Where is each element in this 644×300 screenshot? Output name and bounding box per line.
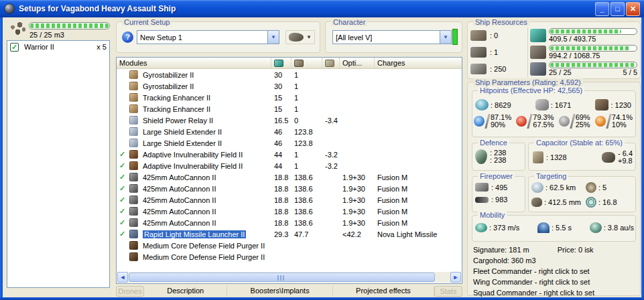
charges-column-header[interactable]: Charges: [375, 58, 462, 68]
resource-bars: 409.5 / 493.75994.2 / 1068.7525 / 255 / …: [528, 27, 637, 77]
resource-slot: : 0: [470, 30, 526, 41]
character-select[interactable]: [All level V] ▼: [332, 30, 452, 44]
fleet-commander-text[interactable]: Fleet Commander - right click to set: [473, 266, 636, 277]
table-row[interactable]: Tracking Enhancer II151: [117, 92, 462, 103]
scrollbar-thumb[interactable]: [129, 273, 435, 282]
shield-hp-icon: [475, 99, 489, 110]
table-row[interactable]: Large Shield Extender II46123.8: [117, 126, 462, 137]
table-row[interactable]: Gyrostabilizer II301: [117, 80, 462, 92]
wing-commander-text[interactable]: Wing Commander - right click to set: [473, 277, 636, 287]
resist-armor-value: 10%: [612, 121, 633, 129]
module-cpu: 15: [271, 105, 292, 113]
defence-shield-icon: [475, 149, 487, 164]
capacitor-column-header[interactable]: [322, 58, 340, 68]
optimal-column-header[interactable]: Opti...: [340, 58, 375, 68]
ship-menu-button[interactable]: ▼: [285, 30, 315, 44]
table-row[interactable]: Large Shield Extender II46123.8: [117, 137, 462, 149]
modules-table-header[interactable]: Modules Opti... Charges: [117, 58, 462, 69]
firepower-label: Firepower: [478, 172, 515, 180]
table-row[interactable]: ✓Adaptive Invulnerability Field II441-3.…: [117, 149, 462, 160]
scroll-right-icon[interactable]: ►: [450, 272, 461, 283]
tab-boosters-implants[interactable]: Boosters\Implants: [227, 286, 332, 297]
table-row[interactable]: ✓Rapid Light Missile Launcher II29.347.7…: [117, 228, 462, 240]
cpu-column-header[interactable]: [271, 58, 292, 68]
tab-projected-effects[interactable]: Projected effects: [333, 286, 434, 297]
setup-select[interactable]: New Setup 1 ▼: [137, 30, 279, 44]
window-border-right: [641, 17, 644, 300]
module-cpu: 46: [271, 139, 292, 147]
module-active-checkmark[interactable]: ✓: [117, 150, 127, 159]
scan-resolution-icon: [531, 198, 542, 207]
dronebw-icon: [530, 62, 546, 76]
module-active-checkmark[interactable]: ✓: [117, 207, 127, 216]
chevron-down-icon[interactable]: ▼: [440, 31, 451, 44]
hardpoint-slots: : 0: 1: 250: [470, 27, 528, 77]
module-active-checkmark[interactable]: ✓: [117, 218, 127, 227]
table-row[interactable]: Medium Core Defense Field Purger II: [117, 240, 462, 251]
module-cap-use: -3.2: [322, 162, 340, 170]
module-active-checkmark[interactable]: ✓: [117, 161, 127, 170]
table-row[interactable]: ✓425mm AutoCannon II18.8138.61.9+30Fusio…: [117, 171, 462, 183]
table-row[interactable]: ✓425mm AutoCannon II18.8138.61.9+30Fusio…: [117, 194, 462, 206]
module-name-text: Shield Power Relay II: [143, 117, 213, 125]
powergrid-column-header[interactable]: [292, 58, 322, 68]
close-button[interactable]: ✕: [626, 2, 640, 16]
align-time-value: : 5.5 s: [552, 224, 572, 232]
module-name-text: 425mm AutoCannon II: [143, 173, 216, 181]
squad-commander-text[interactable]: Squad Commander - right click to set: [473, 287, 636, 298]
scrollbar-grip: [277, 275, 285, 281]
scrollbar-track[interactable]: [128, 272, 450, 283]
powergrid-icon: [294, 60, 304, 67]
table-row[interactable]: ✓Adaptive Invulnerability Field II441-3.…: [117, 160, 462, 171]
table-row[interactable]: ✓425mm AutoCannon II18.8138.61.9+30Fusio…: [117, 183, 462, 194]
turret-icon: [129, 218, 138, 227]
table-row[interactable]: ✓425mm AutoCannon II18.8138.61.9+30Fusio…: [117, 217, 462, 228]
module-cpu: 18.8: [271, 219, 292, 227]
module-name: 425mm AutoCannon II: [140, 196, 271, 204]
drone-checkbox[interactable]: ✓: [10, 43, 19, 52]
scroll-left-icon[interactable]: ◄: [117, 272, 128, 283]
table-row[interactable]: Gyrostabilizer II301: [117, 69, 462, 80]
app-icon: [4, 3, 15, 14]
ship-parameters-group: Ship Parameters (Rating: 4,592) Hitpoint…: [467, 82, 641, 296]
minimize-button[interactable]: _: [595, 2, 609, 16]
low-module-icon: [129, 70, 138, 79]
module-cpu: 16.5: [271, 117, 292, 125]
powergrid-big-icon: [530, 46, 546, 59]
table-row[interactable]: Shield Power Relay II16.50-3.4: [117, 115, 462, 126]
character-skill-bar: [452, 29, 458, 45]
table-row[interactable]: ✓425mm AutoCannon II18.8138.61.9+30Fusio…: [117, 206, 462, 217]
module-name: Large Shield Extender II: [140, 139, 271, 147]
launcher-hardpoints-icon: [470, 47, 487, 58]
targeting-range-value: : 62.5 km: [545, 183, 576, 192]
drone-list-item[interactable]: ✓Warrior IIx 5: [7, 41, 109, 53]
resource-slot: : 1: [470, 47, 526, 58]
drone-swarm-icon: [7, 21, 27, 37]
maximize-button[interactable]: □: [610, 2, 625, 16]
resource-bar-track: [549, 62, 637, 68]
module-powergrid: 1: [292, 82, 322, 90]
tab-description[interactable]: Description: [144, 286, 227, 297]
modules-column-header[interactable]: Modules: [117, 58, 271, 68]
module-name: Rapid Light Missile Launcher II: [140, 230, 271, 238]
help-icon[interactable]: ?: [122, 31, 133, 43]
warp-speed-value: : 3.8 au/s: [604, 224, 634, 232]
horizontal-scrollbar[interactable]: ◄ ►: [117, 272, 461, 283]
table-row[interactable]: Tracking Enhancer II151: [117, 103, 462, 115]
module-name: 425mm AutoCannon II: [140, 208, 271, 216]
chevron-down-icon[interactable]: ▼: [267, 31, 279, 44]
ship-parameters-label: Ship Parameters (Rating: 4,592): [473, 78, 583, 86]
resist-divider: [606, 114, 611, 129]
titlebar[interactable]: Setups for Vagabond Heavy Assault Ship _…: [0, 0, 644, 17]
module-charge: Fusion M: [375, 185, 462, 193]
module-charge: Fusion M: [375, 208, 462, 216]
module-active-checkmark[interactable]: ✓: [117, 184, 127, 193]
drone-list[interactable]: ✓Warrior IIx 5: [7, 40, 110, 288]
module-active-checkmark[interactable]: ✓: [117, 230, 127, 238]
table-row[interactable]: Medium Core Defense Field Purger II: [117, 251, 462, 262]
module-active-checkmark[interactable]: ✓: [117, 173, 127, 181]
tab-drones[interactable]: Drones: [116, 286, 144, 297]
module-active-checkmark[interactable]: ✓: [117, 196, 127, 204]
defence-bottom-value: : 238: [490, 157, 506, 164]
tab-stats[interactable]: Stats: [434, 286, 462, 297]
